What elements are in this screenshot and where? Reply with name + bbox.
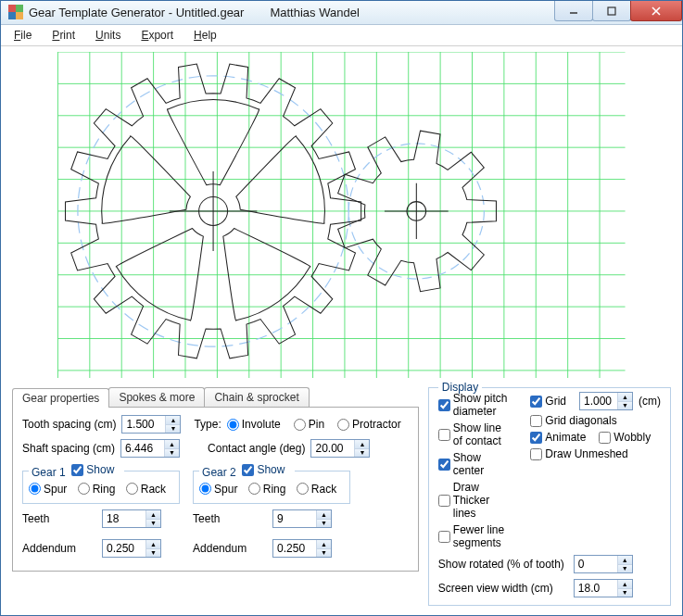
- gear1-addendum-input[interactable]: ▲▼: [102, 539, 161, 558]
- tab-chain-sprocket[interactable]: Chain & sprocket: [204, 387, 309, 407]
- show-center-check[interactable]: Show center: [438, 451, 509, 477]
- show-rotated-input[interactable]: ▲▼: [574, 555, 633, 573]
- menubar: File Print Units Export Help: [1, 25, 682, 46]
- gear2-spur-radio[interactable]: Spur: [199, 483, 237, 496]
- show-pitch-diameter-check[interactable]: Show pitch diameter: [438, 392, 509, 418]
- tooth-spacing-label: Tooth spacing (cm): [22, 418, 116, 431]
- menu-help[interactable]: Help: [194, 29, 217, 42]
- gear2-show-check[interactable]: Show: [242, 463, 285, 476]
- gear2-addendum-input[interactable]: ▲▼: [272, 539, 332, 558]
- menu-export[interactable]: Export: [141, 29, 173, 42]
- properties-tabs: Gear properties Spokes & more Chain & sp…: [12, 387, 419, 606]
- grid-unit-label: (cm): [639, 395, 661, 408]
- menu-file[interactable]: File: [14, 29, 32, 42]
- contact-angle-label: Contact angle (deg): [208, 442, 305, 455]
- grid-check[interactable]: Grid: [530, 395, 566, 408]
- screen-width-input[interactable]: ▲▼: [574, 579, 633, 597]
- type-pin-radio[interactable]: Pin: [294, 418, 324, 431]
- tab-spokes-more[interactable]: Spokes & more: [108, 387, 205, 407]
- fewer-segments-check[interactable]: Fewer line segments: [438, 523, 509, 549]
- gear1-rack-radio[interactable]: Rack: [126, 483, 166, 496]
- window-title: Gear Template Generator - Untitled.gear: [29, 6, 244, 19]
- svg-rect-1: [608, 7, 615, 15]
- close-button[interactable]: [630, 1, 682, 21]
- gear2-fieldset: Gear 2 Show Spur Ring Rack: [193, 463, 350, 504]
- gear2-rack-radio[interactable]: Rack: [297, 483, 336, 496]
- gear2-teeth-input[interactable]: ▲▼: [272, 509, 332, 528]
- show-line-of-contact-check[interactable]: Show line of contact: [438, 421, 509, 447]
- display-legend: Display: [438, 381, 482, 394]
- draw-thicker-check[interactable]: Draw Thicker lines: [438, 481, 509, 520]
- show-rotated-label: Show rotated (% of tooth): [438, 558, 568, 571]
- gear1-show-check[interactable]: Show: [71, 463, 114, 476]
- minimize-button[interactable]: [554, 1, 593, 21]
- gear2-addendum-label: Addendum: [193, 542, 267, 555]
- display-panel: Display Show pitch diameter Show line of…: [428, 387, 671, 606]
- gear-canvas-svg: [12, 52, 671, 379]
- design-canvas[interactable]: [12, 52, 671, 379]
- gear2-teeth-label: Teeth: [193, 512, 267, 525]
- gear1-fieldset: Gear 1 Show Spur Ring Rack: [22, 463, 180, 504]
- contact-angle-input[interactable]: ▲▼: [310, 439, 370, 458]
- maximize-button[interactable]: [592, 1, 631, 21]
- gear1-spur-radio[interactable]: Spur: [29, 483, 67, 496]
- type-protractor-radio[interactable]: Protractor: [337, 418, 401, 431]
- draw-unmeshed-check[interactable]: Draw Unmeshed: [530, 447, 653, 460]
- shaft-spacing-label: Shaft spacing (cm): [22, 442, 115, 455]
- gear1-addendum-label: Addendum: [22, 542, 96, 555]
- menu-units[interactable]: Units: [95, 29, 120, 42]
- spin-up-icon[interactable]: ▲: [166, 416, 180, 425]
- gear1-teeth-label: Teeth: [22, 512, 96, 525]
- animate-check[interactable]: Animate: [530, 431, 586, 444]
- window-author: Matthias Wandel: [270, 6, 359, 19]
- tab-body-gear-properties: Tooth spacing (cm) ▲▼ Type: Involute Pin…: [12, 407, 419, 572]
- tab-gear-properties[interactable]: Gear properties: [12, 388, 109, 408]
- type-involute-radio[interactable]: Involute: [227, 418, 281, 431]
- spin-down-icon[interactable]: ▼: [166, 425, 180, 434]
- grid-size-input[interactable]: ▲▼: [579, 392, 633, 410]
- gear1-ring-radio[interactable]: Ring: [78, 483, 116, 496]
- app-icon: [8, 5, 23, 19]
- shaft-spacing-input[interactable]: ▲▼: [120, 439, 180, 458]
- type-label: Type:: [194, 418, 221, 431]
- tooth-spacing-input[interactable]: ▲▼: [121, 415, 181, 434]
- titlebar: Gear Template Generator - Untitled.gear …: [1, 1, 682, 25]
- menu-print[interactable]: Print: [52, 29, 75, 42]
- gear2-ring-radio[interactable]: Ring: [248, 483, 286, 496]
- gear1-teeth-input[interactable]: ▲▼: [102, 509, 161, 528]
- grid-diagonals-check[interactable]: Grid diagonals: [530, 414, 653, 427]
- wobbly-check[interactable]: Wobbly: [599, 431, 651, 444]
- screen-width-label: Screen view width (cm): [438, 582, 568, 595]
